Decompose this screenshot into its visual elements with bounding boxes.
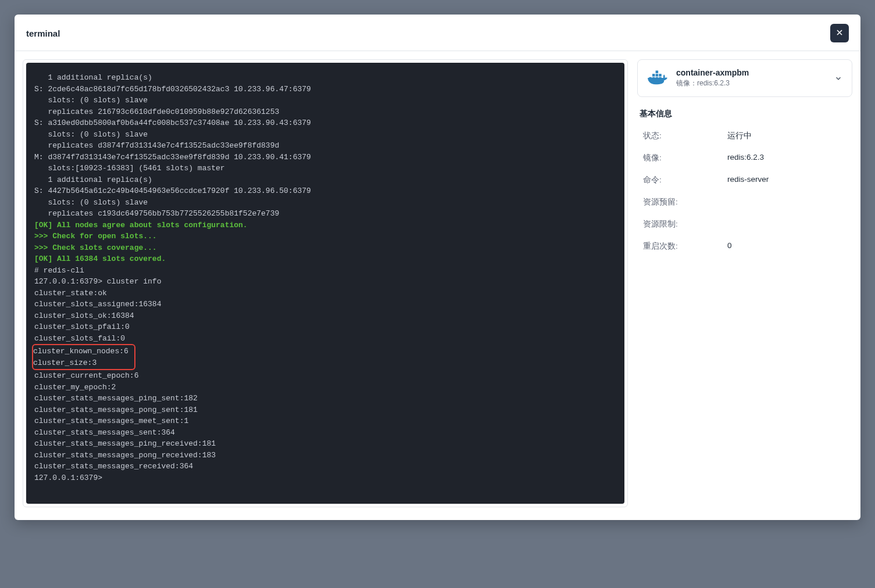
- info-row: 镜像:redis:6.2.3: [640, 147, 850, 169]
- container-name: container-axmpbm: [676, 68, 826, 77]
- terminal-line: 127.0.0.1:6379> cluster info: [34, 277, 161, 286]
- container-card[interactable]: container-axmpbm 镜像：redis:6.2.3: [637, 59, 852, 97]
- info-key: 状态:: [643, 131, 727, 141]
- terminal-panel: 1 additional replica(s) S: 2cde6c48ac861…: [23, 59, 628, 507]
- terminal-line: cluster_my_epoch:2: [34, 383, 116, 392]
- info-row: 命令:redis-server: [640, 169, 850, 191]
- info-value: 0: [727, 241, 732, 252]
- terminal-line: slots: (0 slots) slave: [34, 130, 148, 139]
- terminal-line: cluster_stats_messages_received:364: [34, 462, 193, 471]
- info-key: 资源预留:: [643, 197, 727, 207]
- terminal-line: S: 2cde6c48ac8618d7fc65d178bfd0326502432…: [34, 85, 311, 94]
- terminal-line: cluster_stats_messages_sent:364: [34, 428, 175, 437]
- docker-icon: [647, 70, 668, 87]
- container-image-value: redis:6.2.3: [697, 79, 730, 87]
- terminal-output[interactable]: 1 additional replica(s) S: 2cde6c48ac861…: [26, 63, 624, 504]
- container-image-line: 镜像：redis:6.2.3: [676, 78, 826, 88]
- info-key: 命令:: [643, 175, 727, 185]
- terminal-line: cluster_state:ok: [34, 289, 107, 297]
- terminal-line: cluster_current_epoch:6: [34, 371, 138, 380]
- terminal-line: S: 4427b5645a61c2c49b40454963e56ccdce179…: [34, 187, 311, 195]
- terminal-line: cluster_stats_messages_ping_received:181: [34, 439, 216, 448]
- terminal-line: >>> Check for open slots...: [34, 232, 157, 241]
- info-key: 资源限制:: [643, 219, 727, 230]
- terminal-line: slots: (0 slots) slave: [34, 198, 148, 207]
- info-row: 资源预留:: [640, 191, 850, 213]
- basic-info-list: 状态:运行中镜像:redis:6.2.3命令:redis-server资源预留:…: [637, 125, 852, 257]
- chevron-down-icon: [834, 74, 842, 83]
- terminal-line: S: a310ed0dbb5800af0b6a44fc008bc537c3740…: [34, 119, 311, 127]
- terminal-line: 1 additional replica(s): [34, 73, 152, 82]
- side-panel: container-axmpbm 镜像：redis:6.2.3 基本信息 状态:…: [637, 59, 852, 507]
- svg-rect-7: [656, 70, 659, 73]
- terminal-line: cluster_slots_pfail:0: [34, 322, 130, 331]
- container-card-text: container-axmpbm 镜像：redis:6.2.3: [676, 68, 826, 88]
- info-value: 运行中: [727, 131, 752, 141]
- terminal-line: replicates c193dc649756bb753b7725526255b…: [34, 209, 279, 218]
- svg-rect-5: [656, 74, 659, 77]
- svg-rect-6: [659, 74, 662, 77]
- terminal-line: [OK] All nodes agree about slots configu…: [34, 221, 248, 230]
- terminal-line: slots:[10923-16383] (5461 slots) master: [34, 164, 225, 173]
- terminal-line: [OK] All 16384 slots covered.: [34, 254, 166, 263]
- terminal-line: cluster_size:3: [33, 358, 97, 367]
- info-row: 资源限制:: [640, 213, 850, 235]
- info-row: 状态:运行中: [640, 125, 850, 147]
- info-key: 镜像:: [643, 153, 727, 163]
- terminal-line: cluster_stats_messages_meet_sent:1: [34, 417, 188, 425]
- container-image-label: 镜像：: [676, 79, 697, 87]
- terminal-line: slots: (0 slots) slave: [34, 96, 148, 105]
- close-icon: [835, 28, 844, 39]
- terminal-line: replicates 216793c6610dfde0c010959b88e92…: [34, 107, 279, 116]
- terminal-line: 1 additional replica(s): [34, 175, 152, 184]
- info-value: redis:6.2.3: [727, 153, 764, 163]
- terminal-modal: terminal 1 additional replica(s) S: 2cde…: [15, 15, 860, 520]
- info-key: 重启次数:: [643, 241, 727, 252]
- terminal-line: cluster_known_nodes:6: [33, 347, 128, 356]
- terminal-line: 127.0.0.1:6379>: [34, 474, 102, 482]
- terminal-line: >>> Check slots coverage...: [34, 243, 157, 252]
- close-button[interactable]: [830, 24, 849, 42]
- basic-info-heading: 基本信息: [640, 109, 850, 119]
- info-value: redis-server: [727, 175, 769, 185]
- terminal-line: cluster_slots_ok:16384: [34, 311, 134, 320]
- terminal-line: cluster_slots_assigned:16384: [34, 300, 161, 309]
- terminal-line: cluster_stats_messages_pong_received:183: [34, 451, 216, 460]
- modal-header: terminal: [15, 15, 860, 51]
- terminal-line: M: d3874f7d313143e7c4f13525adc33ee9f8fd8…: [34, 153, 311, 162]
- terminal-line: # redis-cli: [34, 266, 84, 275]
- terminal-line: cluster_slots_fail:0: [34, 334, 125, 343]
- terminal-line: cluster_stats_messages_ping_sent:182: [34, 394, 198, 403]
- modal-title: terminal: [26, 28, 60, 38]
- terminal-line: replicates d3874f7d313143e7c4f13525adc33…: [34, 141, 279, 150]
- terminal-line: cluster_stats_messages_pong_sent:181: [34, 406, 198, 414]
- svg-rect-4: [652, 74, 655, 77]
- modal-body: 1 additional replica(s) S: 2cde6c48ac861…: [15, 51, 860, 520]
- info-row: 重启次数:0: [640, 235, 850, 257]
